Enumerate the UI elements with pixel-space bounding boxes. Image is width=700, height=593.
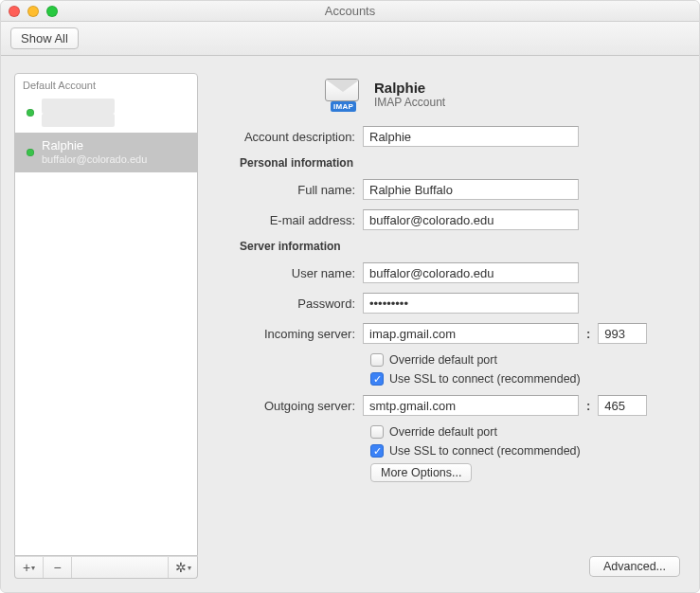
minimize-window-button[interactable] [27, 6, 39, 17]
plus-icon: + [23, 560, 30, 575]
sidebar-footer: +▾ − ✲▾ [14, 556, 198, 579]
remove-account-button[interactable]: − [44, 557, 72, 578]
account-detail-panel: IMAP Ralphie IMAP Account Account descri… [211, 73, 686, 579]
label-use-ssl: Use SSL to connect (recommended) [389, 444, 581, 458]
minus-icon: − [53, 560, 61, 575]
sidebar-section-label: Default Account [15, 74, 197, 93]
section-personal-info: Personal information [240, 156, 686, 170]
port-separator: : [584, 327, 592, 341]
incoming-server-field[interactable] [363, 323, 579, 344]
label-email: E-mail address: [211, 213, 363, 227]
show-all-button[interactable]: Show All [10, 27, 79, 49]
window-controls [9, 6, 58, 17]
account-item-sub: ——————— [42, 114, 115, 127]
label-full-name: Full name: [211, 183, 363, 197]
account-item-name: ——— [42, 99, 115, 114]
account-item-name: Ralphie [42, 138, 147, 153]
port-separator: : [584, 399, 592, 413]
label-password: Password: [211, 296, 363, 311]
outgoing-server-field[interactable] [363, 395, 579, 416]
outgoing-port-field[interactable] [598, 395, 647, 416]
label-account-description: Account description: [211, 130, 363, 144]
label-incoming-server: Incoming server: [211, 327, 363, 341]
content-area: Default Account ——— ——————— Ralphie buff… [1, 56, 699, 592]
status-dot-icon [27, 149, 34, 156]
section-server-info: Server information [240, 240, 686, 253]
account-list-item-selected[interactable]: Ralphie buffalor@colorado.edu [15, 133, 197, 172]
toolbar: Show All [1, 22, 699, 56]
account-description-field[interactable] [363, 126, 579, 147]
sidebar: Default Account ——— ——————— Ralphie buff… [14, 73, 198, 579]
account-actions-button[interactable]: ✲▾ [169, 557, 197, 578]
advanced-button[interactable]: Advanced... [589, 556, 680, 577]
mail-imap-icon: IMAP [325, 79, 363, 109]
accounts-window: Accounts Show All Default Account ——— ——… [0, 0, 700, 593]
titlebar: Accounts [1, 1, 699, 22]
imap-badge: IMAP [331, 101, 356, 112]
label-outgoing-server: Outgoing server: [211, 399, 363, 413]
gear-icon: ✲ [175, 560, 187, 575]
outgoing-override-port-checkbox[interactable] [370, 425, 384, 439]
account-item-sub: buffalor@colorado.edu [42, 153, 147, 167]
password-field[interactable] [363, 293, 579, 314]
label-user-name: User name: [211, 266, 363, 280]
account-form: Account description: Personal informatio… [211, 126, 686, 482]
full-name-field[interactable] [363, 179, 579, 200]
outgoing-use-ssl-checkbox[interactable] [370, 444, 384, 458]
account-list-item[interactable]: ——— ——————— [15, 93, 197, 133]
zoom-window-button[interactable] [46, 6, 58, 17]
close-window-button[interactable] [9, 6, 20, 17]
chevron-down-icon: ▾ [188, 564, 191, 572]
more-options-button[interactable]: More Options... [370, 463, 472, 482]
chevron-down-icon: ▾ [31, 564, 35, 572]
incoming-use-ssl-checkbox[interactable] [370, 372, 384, 386]
account-header: IMAP Ralphie IMAP Account [211, 73, 686, 113]
account-name-heading: Ralphie [374, 80, 445, 96]
email-field[interactable] [363, 209, 579, 230]
add-account-button[interactable]: +▾ [15, 557, 44, 578]
user-name-field[interactable] [363, 262, 579, 283]
sidebar-footer-spacer [72, 557, 169, 578]
label-override-port: Override default port [389, 425, 497, 439]
window-title: Accounts [325, 4, 375, 18]
label-override-port: Override default port [389, 353, 497, 367]
incoming-override-port-checkbox[interactable] [370, 353, 384, 367]
status-dot-icon [27, 109, 34, 117]
incoming-port-field[interactable] [598, 323, 647, 344]
account-type-label: IMAP Account [374, 96, 445, 109]
label-use-ssl: Use SSL to connect (recommended) [389, 372, 581, 386]
